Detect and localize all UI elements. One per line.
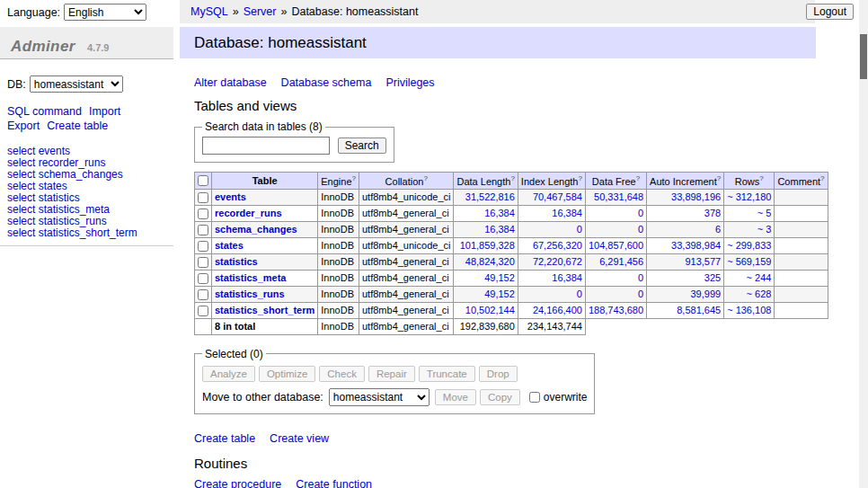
row-checkbox[interactable] — [198, 257, 208, 268]
auto-increment-link[interactable]: 378 — [704, 208, 721, 218]
table-name-link[interactable]: schema_changes — [215, 224, 297, 235]
link-create-view[interactable]: Create view — [270, 432, 329, 445]
check-button[interactable]: Check — [319, 366, 365, 382]
drop-button[interactable]: Drop — [479, 366, 518, 382]
table-name-link[interactable]: statistics_runs — [215, 288, 285, 299]
overwrite-checkbox[interactable] — [529, 392, 540, 403]
rows-count-link[interactable]: ~ 5 — [757, 208, 772, 218]
index-length-link[interactable]: 24,166,400 — [533, 305, 582, 315]
data-free-link[interactable]: 0 — [638, 288, 643, 299]
nav-alter-database[interactable]: Alter database — [194, 76, 267, 89]
data-length-link[interactable]: 10,502,144 — [465, 305, 515, 315]
rows-count-link[interactable]: ~ 312,180 — [727, 191, 771, 202]
comment-cell — [775, 237, 828, 253]
data-length-link[interactable]: 31,522,816 — [465, 191, 515, 202]
rows-count-link[interactable]: ~ 244 — [747, 272, 772, 283]
table-name-link[interactable]: states — [215, 240, 244, 251]
rows-count-link[interactable]: ~ 3 — [757, 224, 772, 235]
analyze-button[interactable]: Analyze — [202, 366, 255, 382]
data-free-link[interactable]: 0 — [638, 208, 643, 218]
data-length-link[interactable]: 16,384 — [484, 224, 515, 235]
index-length-link[interactable]: 67,256,320 — [533, 240, 582, 251]
sidebar-table-links: select eventsselect recorder_runsselect … — [7, 146, 173, 239]
auto-increment-link[interactable]: 913,577 — [685, 256, 721, 267]
row-checkbox[interactable] — [198, 225, 208, 235]
help-link[interactable]: ? — [759, 174, 763, 182]
index-length-link[interactable]: 70,467,584 — [533, 191, 582, 202]
rows-count-link[interactable]: ~ 136,108 — [727, 305, 771, 315]
search-button[interactable]: Search — [338, 138, 386, 154]
breadcrumb-mysql-link[interactable]: MySQL — [190, 5, 228, 18]
nav-database-schema[interactable]: Database schema — [281, 76, 372, 89]
rows-count-link[interactable]: ~ 569,159 — [727, 256, 771, 267]
data-free-link[interactable]: 188,743,680 — [589, 305, 643, 315]
data-length-link[interactable]: 49,152 — [484, 272, 515, 283]
data-free-link[interactable]: 0 — [638, 272, 643, 283]
help-link[interactable]: ? — [352, 174, 356, 182]
move-button[interactable]: Move — [435, 389, 476, 405]
table-name-link[interactable]: events — [215, 191, 246, 202]
auto-increment-link[interactable]: 33,398,984 — [671, 240, 721, 251]
sidebar-select-statistics-short-term[interactable]: select statistics_short_term — [7, 227, 173, 239]
table-name-link[interactable]: statistics_meta — [215, 272, 287, 283]
row-checkbox[interactable] — [198, 306, 208, 316]
auto-increment-link[interactable]: 8,581,645 — [677, 305, 721, 315]
rows-count-link[interactable]: ~ 299,833 — [727, 240, 771, 251]
repair-button[interactable]: Repair — [368, 366, 415, 382]
data-length-link[interactable]: 48,824,320 — [465, 256, 515, 267]
breadcrumb-server-link[interactable]: Server — [244, 5, 277, 18]
data-length-link[interactable]: 49,152 — [484, 288, 515, 299]
sidebar-action-create-table[interactable]: Create table — [47, 119, 108, 133]
sidebar-action-sql-command[interactable]: SQL command — [7, 104, 82, 119]
data-free-link[interactable]: 0 — [638, 224, 643, 235]
data-free-link[interactable]: 104,857,600 — [589, 240, 643, 251]
link-create-table[interactable]: Create table — [194, 432, 255, 445]
auto-increment-link[interactable]: 6 — [715, 224, 721, 235]
row-checkbox[interactable] — [198, 241, 208, 252]
copy-button[interactable]: Copy — [480, 389, 520, 405]
table-name-link[interactable]: statistics — [215, 256, 258, 267]
index-length-link[interactable]: 0 — [577, 288, 582, 299]
data-length-link[interactable]: 16,384 — [484, 208, 515, 218]
truncate-button[interactable]: Truncate — [419, 366, 475, 382]
language-select[interactable]: English — [64, 4, 146, 21]
data-free-link[interactable]: 50,331,648 — [594, 191, 643, 202]
optimize-button[interactable]: Optimize — [259, 366, 315, 382]
row-checkbox[interactable] — [198, 192, 208, 203]
row-checkbox[interactable] — [198, 209, 208, 219]
help-link[interactable]: ? — [423, 174, 427, 182]
move-db-select[interactable]: homeassistant — [329, 388, 430, 406]
language-label: Language: — [7, 6, 60, 19]
link-create-function[interactable]: Create function — [296, 478, 372, 488]
row-checkbox[interactable] — [198, 289, 208, 300]
auto-increment-link[interactable]: 33,898,196 — [671, 191, 721, 202]
select-all-checkbox[interactable] — [198, 175, 208, 186]
help-link[interactable]: ? — [636, 174, 640, 182]
index-length-link[interactable]: 0 — [577, 224, 582, 235]
help-link[interactable]: ? — [578, 174, 581, 182]
sidebar-action-import[interactable]: Import — [89, 104, 120, 119]
data-length-link[interactable]: 101,859,328 — [460, 240, 515, 251]
sidebar-action-export[interactable]: Export — [7, 119, 40, 133]
db-select[interactable]: homeassistant — [30, 75, 123, 93]
data-free-link[interactable]: 6,291,456 — [599, 256, 643, 267]
help-link[interactable]: ? — [510, 174, 514, 182]
index-length-link[interactable]: 16,384 — [552, 208, 582, 218]
vertical-scrollbar[interactable] — [859, 0, 868, 488]
row-checkbox[interactable] — [198, 273, 208, 284]
routine-links: Create procedureCreate function — [194, 478, 816, 488]
table-name-link[interactable]: statistics_short_term — [215, 305, 314, 315]
auto-increment-link[interactable]: 325 — [704, 272, 721, 283]
scrollbar-thumb[interactable] — [860, 34, 867, 79]
help-link[interactable]: ? — [820, 174, 824, 182]
table-name-link[interactable]: recorder_runs — [215, 208, 282, 218]
link-create-procedure[interactable]: Create procedure — [194, 478, 281, 488]
search-input[interactable] — [202, 137, 330, 155]
index-length-link[interactable]: 16,384 — [552, 272, 582, 283]
logout-button[interactable]: Logout — [806, 4, 854, 20]
index-length-link[interactable]: 72,220,672 — [533, 256, 582, 267]
nav-privileges[interactable]: Privileges — [385, 76, 434, 89]
auto-increment-link[interactable]: 39,999 — [691, 288, 722, 299]
rows-count-link[interactable]: ~ 628 — [747, 288, 772, 299]
help-link[interactable]: ? — [717, 174, 721, 182]
